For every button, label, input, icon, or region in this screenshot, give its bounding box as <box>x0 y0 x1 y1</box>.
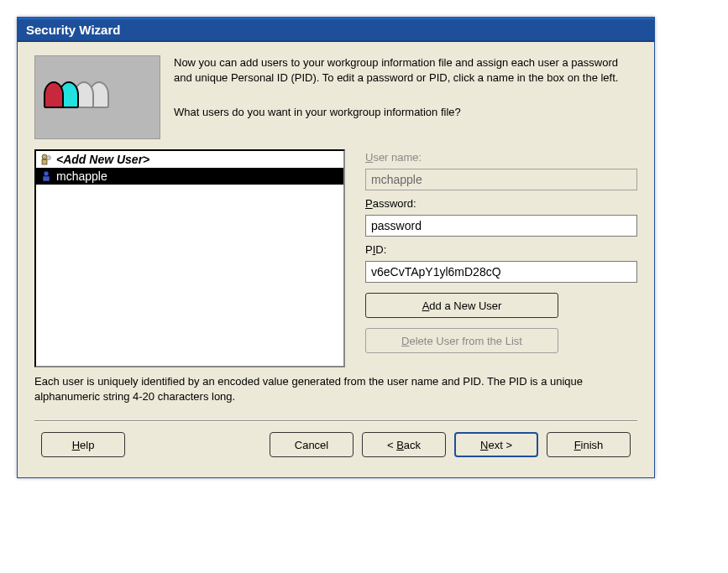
add-button-rest: dd a New User <box>429 300 501 312</box>
wizard-illustration <box>34 55 160 139</box>
instruction-text: Now you can add users to your workgroup … <box>174 55 637 85</box>
button-row: Help Cancel < Back Next > Finish <box>34 432 637 471</box>
svg-rect-1 <box>42 159 47 164</box>
top-text: Now you can add users to your workgroup … <box>174 55 637 139</box>
pid-field[interactable] <box>365 261 637 283</box>
window-title: Security Wizard <box>26 23 120 37</box>
username-label: User name: <box>365 151 637 164</box>
separator <box>34 420 637 422</box>
titlebar[interactable]: Security Wizard <box>18 18 654 42</box>
question-text: What users do you want in your workgroup… <box>174 105 637 120</box>
password-label: Password: <box>365 197 637 210</box>
next-button[interactable]: Next > <box>454 432 538 457</box>
delete-button-rest: elete User from the List <box>410 335 522 347</box>
svg-point-2 <box>47 156 51 160</box>
people-icon <box>44 81 104 108</box>
password-field[interactable] <box>365 215 637 237</box>
back-button[interactable]: < Back <box>362 432 446 457</box>
help-button[interactable]: Help <box>41 432 125 457</box>
svg-point-3 <box>44 171 49 176</box>
list-item-label: mchapple <box>56 169 107 183</box>
svg-rect-4 <box>43 176 50 181</box>
list-item-user[interactable]: mchapple <box>36 168 343 185</box>
top-row: Now you can add users to your workgroup … <box>34 55 637 139</box>
users-icon <box>39 153 53 166</box>
content-area: Now you can add users to your workgroup … <box>18 42 654 477</box>
list-item-label: <Add New User> <box>56 153 149 166</box>
username-field <box>365 169 637 190</box>
footnote-text: Each user is uniquely identified by an e… <box>34 374 637 404</box>
list-item-add-new-user[interactable]: <Add New User> <box>36 151 343 168</box>
finish-button[interactable]: Finish <box>547 432 631 457</box>
user-icon <box>39 169 53 183</box>
cancel-button[interactable]: Cancel <box>270 432 354 457</box>
delete-user-button: Delete User from the List <box>365 328 558 353</box>
svg-point-0 <box>42 154 47 159</box>
form-column: User name: Password: PID: Add a New User… <box>365 149 637 367</box>
user-listbox[interactable]: <Add New User> mchapple <box>34 149 345 367</box>
add-new-user-button[interactable]: Add a New User <box>365 293 558 318</box>
mid-row: <Add New User> mchapple User name: Passw… <box>34 149 637 367</box>
pid-label: PID: <box>365 243 637 256</box>
security-wizard-window: Security Wizard Now you can add users to… <box>17 17 655 478</box>
